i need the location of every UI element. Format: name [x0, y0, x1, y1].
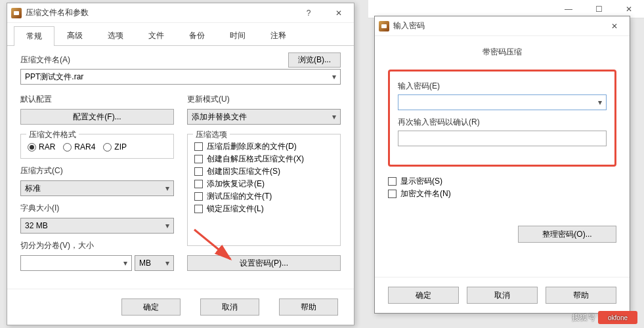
radio-rar4[interactable]: RAR4 [63, 142, 95, 152]
format-fieldset: 压缩文件格式 RAR RAR4 ZIP [20, 134, 174, 159]
help-button[interactable]: 帮助 [279, 298, 338, 316]
config-file-button[interactable]: 配置文件(F)... [20, 109, 174, 125]
default-config-label: 默认配置 [20, 94, 174, 105]
ok-button[interactable]: 确定 [121, 298, 181, 316]
left-column: 默认配置 配置文件(F)... 压缩文件格式 RAR RAR4 ZIP 压缩方式… [20, 91, 174, 271]
compress-options-fieldset: 压缩选项 压缩后删除原来的文件(D) 创建自解压格式压缩文件(X) 创建固实压缩… [187, 134, 341, 246]
compression-method-label: 压缩方式(C) [20, 165, 174, 176]
watermark: 搜狐号 okfone [572, 311, 637, 324]
opt-recovery[interactable]: 添加恢复记录(E) [194, 178, 333, 190]
password-input[interactable]: ▾ [398, 94, 607, 110]
browse-button[interactable]: 浏览(B)... [288, 52, 341, 68]
watermark-logo: okfone [598, 311, 637, 324]
close-button[interactable]: ✕ [324, 3, 354, 23]
titlebar: 输入密码 ✕ [375, 16, 630, 36]
tab-comment[interactable]: 注释 [258, 26, 299, 45]
opt-delete-after[interactable]: 压缩后删除原来的文件(D) [194, 141, 333, 152]
dictionary-size-select[interactable]: 32 MB▾ [20, 218, 174, 234]
split-unit-select[interactable]: MB▾ [135, 255, 174, 271]
password-dialog: 输入密码 ✕ 带密码压缩 输入密码(E) ▾ 再次输入密码以确认(R) 显示密码… [374, 16, 630, 314]
help-button[interactable]: ? [293, 3, 324, 23]
chevron-down-icon: ▾ [165, 258, 169, 268]
help-button[interactable]: 帮助 [546, 287, 616, 304]
format-legend: 压缩文件格式 [26, 129, 79, 140]
close-button[interactable]: ✕ [599, 16, 630, 36]
chevron-down-icon: ▾ [598, 98, 602, 107]
ok-button[interactable]: 确定 [388, 287, 459, 304]
dialog-footer: 确定 取消 帮助 [7, 289, 354, 325]
organize-passwords-button[interactable]: 整理密码(O)... [518, 226, 616, 243]
opt-sfx[interactable]: 创建自解压格式压缩文件(X) [194, 154, 333, 165]
titlebar: 压缩文件名和参数 ? ✕ [7, 3, 354, 23]
chevron-down-icon: ▾ [165, 221, 169, 230]
opt-lock[interactable]: 锁定压缩文件(L) [194, 203, 333, 215]
cancel-button[interactable]: 取消 [467, 287, 538, 304]
confirm-password-label: 再次输入密码以确认(R) [398, 117, 607, 128]
chevron-down-icon: ▾ [332, 112, 336, 121]
dialog-body: 压缩文件名(A) 浏览(B)... PPT测试文件.rar ▾ 默认配置 配置文… [7, 46, 354, 289]
opt-solid[interactable]: 创建固实压缩文件(S) [194, 166, 333, 177]
dialog-title: 压缩文件名和参数 [26, 7, 293, 18]
archive-name-input[interactable]: PPT测试文件.rar ▾ [20, 69, 341, 85]
right-column: 更新模式(U) 添加并替换文件▾ 压缩选项 压缩后删除原来的文件(D) 创建自解… [187, 91, 341, 271]
password-highlight-box: 输入密码(E) ▾ 再次输入密码以确认(R) [388, 70, 616, 167]
password-content: 输入密码(E) ▾ 再次输入密码以确认(R) 显示密码(S) 加密文件名(N) … [375, 63, 630, 277]
app-icon [11, 8, 22, 18]
set-password-button[interactable]: 设置密码(P)... [187, 255, 341, 271]
app-icon [379, 21, 389, 31]
chevron-down-icon: ▾ [332, 72, 336, 81]
archive-name-value: PPT测试文件.rar [25, 72, 83, 83]
password-subtitle: 带密码压缩 [375, 36, 630, 63]
tab-options[interactable]: 选项 [95, 26, 136, 45]
tab-files[interactable]: 文件 [136, 26, 177, 45]
update-mode-label: 更新模式(U) [187, 94, 341, 105]
watermark-text: 搜狐号 [572, 312, 595, 323]
confirm-password-input[interactable] [398, 131, 607, 146]
dictionary-size-label: 字典大小(I) [20, 203, 174, 214]
radio-rar[interactable]: RAR [28, 142, 55, 152]
archive-settings-dialog: 压缩文件名和参数 ? ✕ 常规 高级 选项 文件 备份 时间 注释 压缩文件名(… [7, 3, 354, 325]
opt-test[interactable]: 测试压缩的文件(T) [194, 191, 333, 202]
compression-method-select[interactable]: 标准▾ [20, 180, 174, 196]
compress-options-legend: 压缩选项 [193, 129, 230, 140]
radio-zip[interactable]: ZIP [103, 142, 127, 152]
encrypt-filenames-checkbox[interactable]: 加密文件名(N) [388, 188, 616, 199]
tab-time[interactable]: 时间 [217, 26, 258, 45]
show-password-checkbox[interactable]: 显示密码(S) [388, 176, 616, 187]
tab-general[interactable]: 常规 [14, 26, 54, 46]
dialog-title: 输入密码 [393, 20, 599, 31]
tab-advanced[interactable]: 高级 [54, 26, 95, 45]
password-label: 输入密码(E) [398, 81, 607, 92]
chevron-down-icon: ▾ [165, 184, 169, 193]
tab-backup[interactable]: 备份 [177, 26, 217, 45]
cancel-button[interactable]: 取消 [200, 298, 259, 316]
update-mode-select[interactable]: 添加并替换文件▾ [187, 109, 341, 125]
split-size-input[interactable]: ▾ [20, 255, 132, 271]
dialog-footer: 确定 取消 帮助 [375, 277, 630, 313]
chevron-down-icon: ▾ [123, 258, 127, 268]
split-volumes-label: 切分为分卷(V)，大小 [20, 240, 174, 251]
tab-bar: 常规 高级 选项 文件 备份 时间 注释 [7, 23, 354, 46]
archive-name-label: 压缩文件名(A) [20, 54, 288, 66]
